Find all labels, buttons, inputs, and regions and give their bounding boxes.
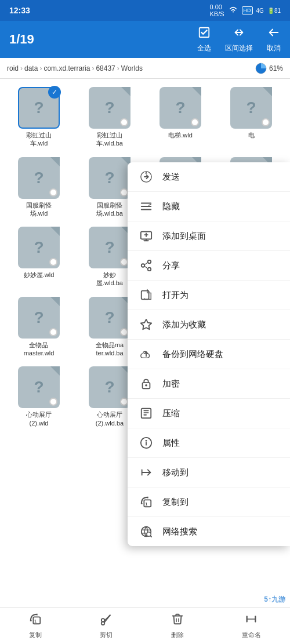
menu-label-add-desktop: 添加到桌面 (162, 231, 206, 242)
menu-item-copy-to[interactable]: 1 复制到 (128, 487, 290, 517)
backup-icon (139, 347, 153, 361)
compress-icon (139, 406, 153, 420)
status-icons: 0.00KB/S HD 4G 🔋81 (209, 3, 281, 17)
rename-label: 重命名 (242, 631, 261, 639)
status-bar: 12:33 0.00KB/S HD 4G 🔋81 (0, 0, 290, 21)
toolbar-actions: 全选 区间选择 取消 (197, 26, 281, 53)
menu-label-favorite: 添加为收藏 (162, 319, 206, 330)
file-name: 全物品master.wld (24, 341, 55, 358)
cut-icon (100, 613, 113, 628)
file-name: 妙妙屋.wld.ba (96, 271, 123, 288)
properties-icon (139, 436, 153, 450)
file-name: 妙妙屋.wld (24, 271, 55, 279)
file-icon: ? ✓ (18, 87, 60, 129)
menu-label-open-as: 打开为 (162, 290, 188, 301)
svg-point-14 (148, 268, 151, 271)
hd-icon: HD (242, 6, 253, 14)
range-select-button[interactable]: 区间选择 (225, 26, 253, 53)
menu-item-move[interactable]: 移动到 (128, 458, 290, 487)
menu-item-encrypt[interactable]: 加密 (128, 369, 290, 399)
menu-item-open-as[interactable]: 打开为 (128, 281, 290, 310)
menu-label-hide: 隐藏 (162, 201, 180, 212)
list-item[interactable]: ? 彩虹过山车.wld.ba (75, 83, 144, 151)
list-item[interactable]: ? 电 (217, 83, 285, 151)
hide-icon (139, 199, 153, 213)
list-item[interactable]: ? ✓ 彩虹过山车.wld (5, 83, 73, 151)
cancel-button[interactable]: 取消 (267, 26, 281, 53)
menu-item-web-search[interactable]: 网络搜索 (128, 517, 290, 546)
file-icon: ? (230, 87, 272, 129)
file-name: 电 (248, 131, 255, 139)
list-item[interactable]: ? 国服刷怪场.wld (5, 154, 73, 221)
breadcrumb-data: data (24, 64, 38, 72)
sep1: › (20, 64, 23, 72)
storage-badge: 61% (255, 63, 283, 74)
add-desktop-icon (139, 229, 153, 243)
file-icon: ? (89, 157, 130, 199)
move-icon (139, 465, 153, 479)
breadcrumb-id: 68437 (96, 64, 115, 72)
menu-label-send: 发送 (162, 172, 180, 183)
delete-label: 删除 (171, 631, 184, 639)
menu-item-backup[interactable]: 备份到网络硬盘 (128, 340, 290, 369)
open-as-icon (139, 288, 153, 302)
menu-item-properties[interactable]: 属性 (128, 428, 290, 458)
svg-point-38 (102, 618, 105, 622)
select-all-label: 全选 (197, 43, 211, 53)
menu-item-favorite[interactable]: 添加为收藏 (128, 310, 290, 340)
bottom-bar: 1 复制 剪切 删除 (0, 607, 290, 644)
file-name: 国服刷怪场.wld.ba (96, 201, 123, 218)
file-name: 心动展厅(2).wld (26, 410, 52, 427)
toolbar: 1/19 全选 区间选择 (0, 21, 290, 58)
file-icon: ? (89, 366, 130, 408)
cut-label: 剪切 (100, 631, 113, 639)
svg-point-13 (142, 264, 145, 267)
menu-label-share: 分享 (162, 260, 180, 271)
breadcrumb: roid › data › com.xd.terraria › 68437 › … (0, 58, 290, 79)
file-name: 全物品mater.wld.ba (96, 341, 124, 358)
storage-percent: 61% (269, 64, 283, 72)
list-item[interactable]: ? 全物品master.wld (5, 293, 73, 361)
network-icon: 4G (256, 8, 264, 14)
menu-item-add-desktop[interactable]: 添加到桌面 (128, 221, 290, 251)
svg-line-15 (144, 263, 148, 265)
cut-button[interactable]: 剪切 (100, 613, 113, 639)
delete-icon (171, 613, 184, 628)
copy-icon: 1 (29, 613, 42, 628)
list-item[interactable]: ? 妙妙屋.wld (5, 223, 73, 291)
menu-label-properties: 属性 (162, 438, 180, 449)
share-icon (139, 259, 153, 272)
menu-label-move: 移动到 (162, 467, 188, 478)
web-search-icon (139, 525, 153, 539)
file-name: 彩虹过山车.wld (26, 131, 52, 148)
range-select-label: 区间选择 (225, 43, 253, 53)
delete-button[interactable]: 删除 (171, 613, 184, 639)
file-icon: ? (89, 297, 130, 339)
menu-item-hide[interactable]: 隐藏 (128, 192, 290, 221)
rename-button[interactable]: 重命名 (242, 613, 261, 639)
menu-item-send[interactable]: 发送 (128, 162, 290, 192)
file-name: 彩虹过山车.wld.ba (96, 131, 123, 148)
svg-point-20 (145, 384, 147, 387)
list-item[interactable]: ? 心动展厅(2).wld (5, 363, 73, 431)
svg-rect-17 (142, 291, 149, 300)
sep2: › (39, 64, 42, 72)
menu-label-web-search: 网络搜索 (162, 526, 197, 537)
breadcrumb-roid: roid (7, 64, 19, 72)
check-mark: ✓ (48, 86, 61, 99)
menu-item-compress[interactable]: 压缩 (128, 399, 290, 428)
file-name: 电梯.wld (168, 131, 193, 139)
copy-to-icon: 1 (139, 495, 153, 509)
menu-item-share[interactable]: 分享 (128, 251, 290, 281)
file-icon: ? (18, 227, 60, 268)
list-item[interactable]: ? 电梯.wld (146, 83, 215, 151)
cancel-label: 取消 (267, 43, 281, 53)
select-all-button[interactable]: 全选 (197, 26, 211, 53)
copy-button[interactable]: 1 复制 (29, 613, 42, 639)
svg-line-16 (144, 266, 148, 268)
page-title: 1/19 (9, 32, 197, 47)
cancel-icon (267, 26, 280, 42)
svg-text:1: 1 (145, 501, 147, 507)
wifi-icon (228, 6, 238, 15)
file-name: 心动展厅(2).wld.ba (96, 410, 124, 427)
